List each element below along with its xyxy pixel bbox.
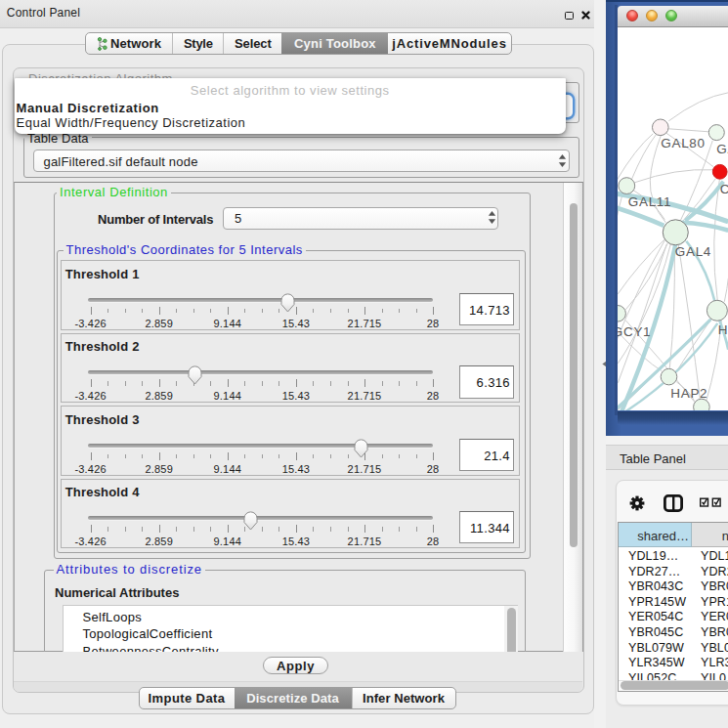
svg-text:GAL11: GAL11 <box>627 194 670 209</box>
svg-text:C: C <box>719 182 727 196</box>
svg-text:HAP2: HAP2 <box>670 386 707 401</box>
svg-text:GAL80: GAL80 <box>661 136 705 150</box>
svg-text:GCY1: GCY1 <box>618 324 651 339</box>
svg-text:HI: HI <box>717 322 727 337</box>
svg-text:GAL4: GAL4 <box>674 244 710 259</box>
svg-text:GA: GA <box>716 142 728 156</box>
